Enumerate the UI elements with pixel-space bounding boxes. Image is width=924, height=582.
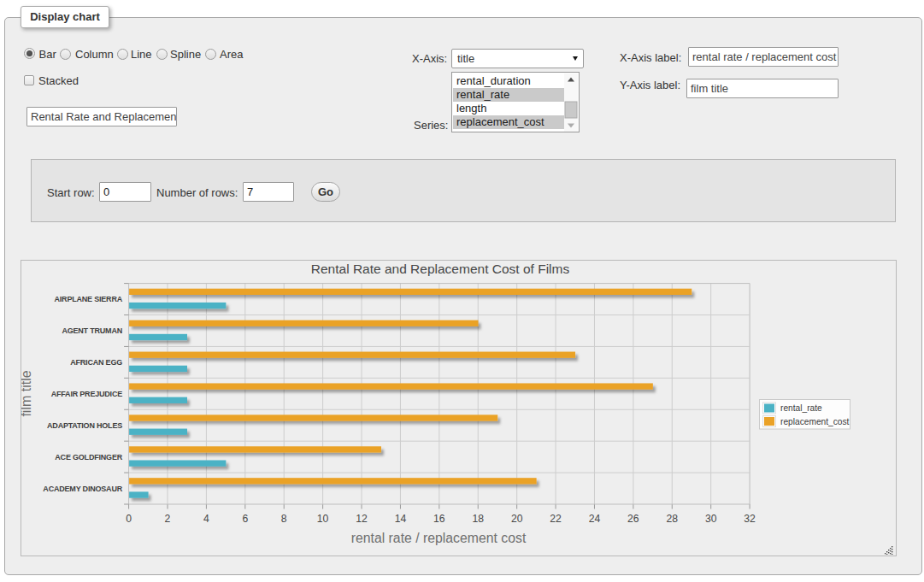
svg-text:8: 8 [281,513,287,525]
svg-text:AIRPLANE SIERRA: AIRPLANE SIERRA [54,295,122,303]
svg-text:24: 24 [589,513,601,525]
svg-text:14: 14 [395,513,407,525]
svg-text:Rental Rate and Replacement Co: Rental Rate and Replacement Cost of Film… [311,262,570,276]
svg-text:rental_rate: rental_rate [780,403,822,413]
svg-text:ACE GOLDFINGER: ACE GOLDFINGER [55,453,122,461]
svg-text:26: 26 [627,513,639,525]
svg-text:replacement_cost: replacement_cost [780,417,850,426]
svg-text:0: 0 [126,513,132,525]
svg-text:32: 32 [744,513,756,525]
svg-text:rental rate / replacement cost: rental rate / replacement cost [351,531,527,545]
svg-text:AFRICAN EGG: AFRICAN EGG [70,358,122,367]
svg-text:6: 6 [242,513,248,525]
svg-text:AFFAIR PREJUDICE: AFFAIR PREJUDICE [51,390,123,398]
svg-text:ADAPTATION HOLES: ADAPTATION HOLES [47,421,122,430]
svg-text:16: 16 [433,513,445,525]
svg-text:12: 12 [356,513,368,525]
svg-text:18: 18 [472,513,484,525]
svg-text:4: 4 [203,513,209,525]
svg-text:22: 22 [550,513,562,525]
svg-text:film title: film title [21,370,33,416]
svg-text:28: 28 [667,513,679,525]
svg-text:AGENT TRUMAN: AGENT TRUMAN [62,326,122,335]
svg-text:30: 30 [705,513,717,525]
svg-text:10: 10 [317,513,329,525]
svg-text:ACADEMY DINOSAUR: ACADEMY DINOSAUR [43,485,122,493]
svg-text:20: 20 [511,513,523,525]
svg-text:2: 2 [165,513,171,525]
